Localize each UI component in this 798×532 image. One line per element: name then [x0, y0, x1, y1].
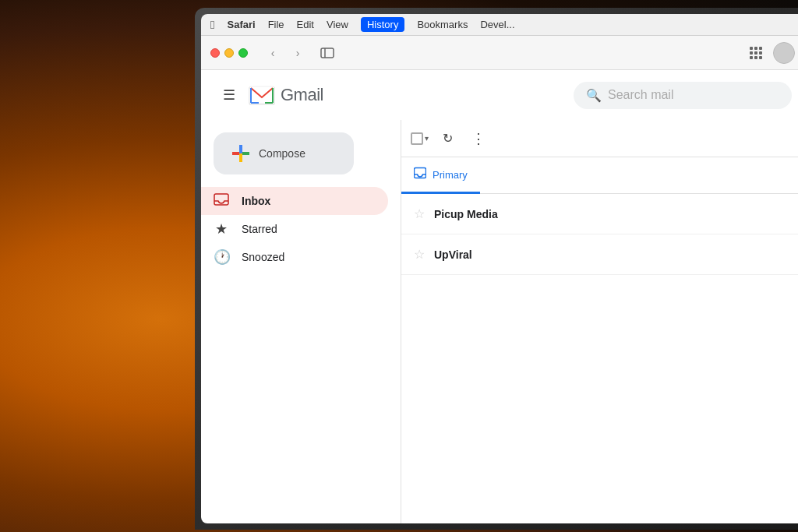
email-sender: Picup Media — [434, 208, 528, 220]
sidebar-item-snoozed[interactable]: 🕐 Snoozed — [201, 243, 388, 271]
sidebar-item-inbox[interactable]: Inbox — [201, 187, 388, 215]
svg-rect-0 — [321, 48, 334, 58]
gmail-content: ☰ — [201, 70, 798, 523]
tabs-bar: Primary — [401, 157, 798, 194]
search-placeholder-text: Search mail — [608, 88, 673, 102]
menu-file[interactable]: File — [268, 19, 284, 30]
hamburger-icon: ☰ — [223, 86, 235, 104]
gmail-header: ☰ — [201, 70, 798, 120]
star-icon[interactable]: ☆ — [414, 247, 425, 262]
toolbar-right — [745, 42, 795, 64]
tab-primary[interactable]: Primary — [401, 157, 480, 194]
email-row[interactable]: ☆ Picup Media — [401, 194, 798, 234]
fullscreen-button[interactable] — [238, 48, 248, 58]
svg-rect-7 — [759, 51, 762, 55]
menu-history[interactable]: History — [361, 17, 404, 32]
select-all-checkbox[interactable]: ▾ — [411, 132, 429, 145]
compose-label: Compose — [259, 147, 305, 160]
account-avatar[interactable] — [773, 42, 795, 64]
gmail-m-icon — [248, 81, 276, 109]
chevron-right-icon: › — [296, 47, 300, 59]
menu-bookmarks[interactable]: Bookmarks — [417, 19, 468, 30]
svg-rect-4 — [759, 47, 762, 50]
menu-view[interactable]: View — [327, 19, 348, 30]
safari-toolbar: ‹ › — [201, 36, 798, 70]
svg-rect-9 — [754, 56, 757, 59]
svg-rect-2 — [750, 47, 753, 50]
email-sender: UpViral — [434, 248, 528, 261]
macos-menubar:  Safari File Edit View History Bookmark… — [201, 14, 798, 36]
nav-buttons: ‹ › — [262, 42, 309, 64]
svg-rect-5 — [750, 51, 753, 55]
inbox-icon — [214, 192, 229, 211]
menu-edit[interactable]: Edit — [297, 19, 314, 30]
more-options-button[interactable]: ⋮ — [466, 126, 491, 151]
menu-develop[interactable]: Devel... — [480, 19, 514, 30]
sidebar-toggle-button[interactable] — [316, 42, 338, 64]
gmail-logo: Gmail — [248, 81, 323, 109]
traffic-lights — [210, 48, 248, 58]
grid-icon — [750, 47, 762, 59]
chevron-down-icon: ▾ — [425, 134, 429, 143]
grid-view-button[interactable] — [745, 42, 767, 64]
gmail-body: Compose Inbox ★ — [201, 120, 798, 523]
snoozed-label: Snoozed — [242, 251, 284, 263]
clock-icon: 🕐 — [214, 248, 229, 266]
inbox-svg-icon — [214, 192, 229, 207]
apple-menu[interactable]:  — [210, 18, 214, 31]
email-list: ☆ Picup Media ☆ UpViral — [401, 194, 798, 275]
email-toolbar: ▾ ↻ ⋮ — [401, 120, 798, 157]
gmail-title: Gmail — [281, 85, 323, 105]
star-icon: ★ — [214, 220, 229, 238]
primary-tab-label: Primary — [433, 169, 468, 181]
laptop-frame:  Safari File Edit View History Bookmark… — [195, 8, 798, 530]
minimize-button[interactable] — [224, 48, 234, 58]
starred-label: Starred — [242, 223, 277, 235]
close-button[interactable] — [210, 48, 220, 58]
search-bar[interactable]: 🔍 Search mail — [574, 82, 792, 109]
gmail-menu-button[interactable]: ☰ — [214, 79, 245, 111]
primary-tab-icon — [414, 167, 426, 182]
search-icon: 🔍 — [586, 88, 602, 103]
sidebar-item-starred[interactable]: ★ Starred — [201, 215, 388, 243]
refresh-icon: ↻ — [443, 131, 453, 146]
inbox-tab-icon — [414, 167, 426, 179]
more-dots-icon: ⋮ — [471, 130, 486, 147]
svg-rect-6 — [754, 51, 757, 55]
email-row[interactable]: ☆ UpViral — [401, 234, 798, 275]
sidebar-icon — [320, 48, 334, 58]
gmail-search-area: 🔍 Search mail — [355, 82, 792, 109]
refresh-button[interactable]: ↻ — [435, 126, 460, 151]
svg-rect-3 — [754, 47, 757, 50]
screen-bezel:  Safari File Edit View History Bookmark… — [201, 14, 798, 523]
chevron-left-icon: ‹ — [271, 47, 275, 59]
gmail-main: ▾ ↻ ⋮ — [401, 120, 798, 523]
svg-rect-10 — [759, 56, 762, 59]
svg-rect-8 — [750, 56, 753, 59]
gmail-sidebar: Compose Inbox ★ — [201, 120, 401, 523]
back-button[interactable]: ‹ — [262, 42, 284, 64]
menu-safari[interactable]: Safari — [227, 19, 255, 30]
compose-button[interactable]: Compose — [214, 132, 354, 174]
checkbox-square — [411, 132, 423, 145]
compose-plus-icon — [232, 145, 249, 162]
star-icon[interactable]: ☆ — [414, 206, 425, 221]
inbox-label: Inbox — [242, 195, 270, 207]
forward-button[interactable]: › — [287, 42, 309, 64]
